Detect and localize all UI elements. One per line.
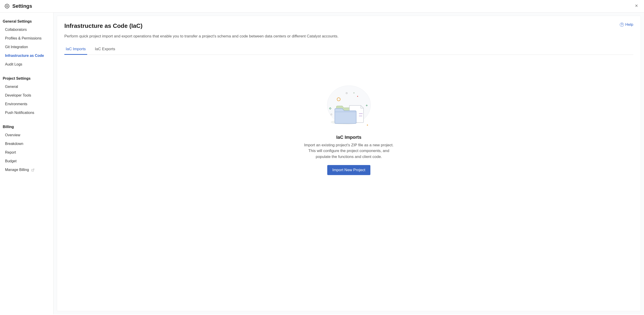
sidebar-item-environments[interactable]: Environments xyxy=(3,100,51,108)
sidebar-section-general-settings: General Settings xyxy=(3,18,51,25)
sidebar-item-breakdown[interactable]: Breakdown xyxy=(3,140,51,148)
sidebar-item-push-notifications[interactable]: Push Notifications xyxy=(3,108,51,117)
sidebar-item-budget[interactable]: Budget xyxy=(3,157,51,166)
sidebar-item-infrastructure-as-code[interactable]: Infrastructure as Code xyxy=(3,51,51,60)
empty-illustration xyxy=(324,82,374,128)
sidebar-item-audit-logs[interactable]: Audit Logs xyxy=(3,60,51,69)
tab-iac-exports[interactable]: IaC Exports xyxy=(94,45,116,54)
sidebar-item-git-integration[interactable]: Git Integration xyxy=(3,43,51,51)
import-new-project-button[interactable]: Import New Project xyxy=(327,165,370,175)
svg-point-0 xyxy=(6,6,8,7)
sidebar-item-report[interactable]: Report xyxy=(3,148,51,157)
help-label: Help xyxy=(625,22,633,27)
sidebar-item-profiles-permissions[interactable]: Profiles & Permissions xyxy=(3,34,51,43)
header-left: Settings xyxy=(4,3,32,9)
close-button[interactable] xyxy=(634,3,640,10)
empty-state-description: Import an existing project's ZIP file as… xyxy=(301,142,397,160)
page-title: Infrastructure as Code (IaC) xyxy=(64,22,142,30)
sidebar-item-label: Manage Billing xyxy=(5,168,29,172)
sidebar-item-collaborators[interactable]: Collaborators xyxy=(3,25,51,34)
svg-point-7 xyxy=(357,96,358,97)
sidebar-item-general[interactable]: General xyxy=(3,82,51,91)
sidebar-item-overview[interactable]: Overview xyxy=(3,131,51,140)
help-icon: ? xyxy=(620,22,624,27)
content-wrapper: Infrastructure as Code (IaC) ? Help Perf… xyxy=(54,12,644,314)
layout: General Settings Collaborators Profiles … xyxy=(0,12,644,314)
svg-line-3 xyxy=(33,169,34,170)
content-header: Infrastructure as Code (IaC) ? Help xyxy=(64,22,633,34)
close-icon xyxy=(634,4,638,8)
content-card: Infrastructure as Code (IaC) ? Help Perf… xyxy=(57,16,641,311)
empty-state-title: IaC Imports xyxy=(336,135,361,140)
header-bar: Settings xyxy=(0,0,644,12)
header-title: Settings xyxy=(12,3,32,9)
tabs: IaC Imports IaC Exports xyxy=(64,45,633,55)
sidebar-item-developer-tools[interactable]: Developer Tools xyxy=(3,91,51,100)
sidebar-section-billing: Billing xyxy=(3,124,51,131)
external-link-icon xyxy=(31,168,34,172)
page-description: Perform quick project import and export … xyxy=(64,34,633,39)
tab-iac-imports[interactable]: IaC Imports xyxy=(64,45,87,54)
sidebar: General Settings Collaborators Profiles … xyxy=(0,12,54,314)
sidebar-section-project-settings: Project Settings xyxy=(3,75,51,82)
empty-state: IaC Imports Import an existing project's… xyxy=(64,82,633,175)
gear-icon xyxy=(4,4,10,9)
sidebar-item-manage-billing[interactable]: Manage Billing xyxy=(3,166,51,174)
help-link[interactable]: ? Help xyxy=(620,22,633,27)
